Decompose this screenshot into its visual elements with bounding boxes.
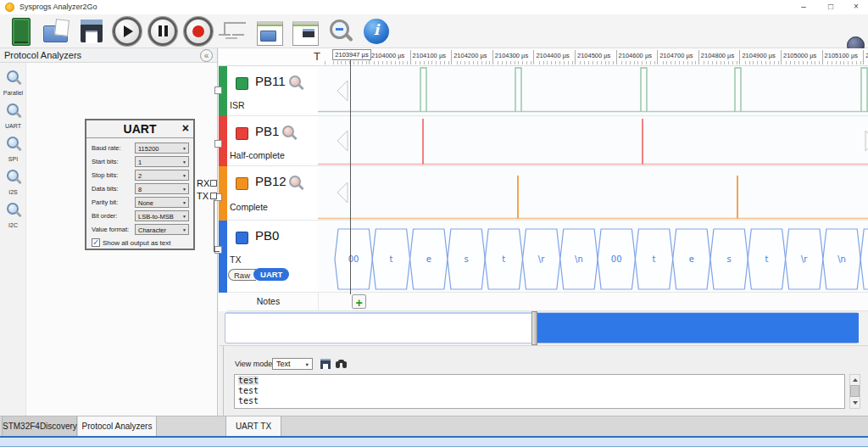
uart-frame-value: \n [837, 254, 846, 264]
minimap-selected-region[interactable] [537, 313, 859, 343]
timeline-tick-label: 2104500 µs [577, 52, 610, 59]
output-text-line: test [238, 396, 844, 406]
play-icon[interactable] [112, 16, 142, 47]
pb11-waveform[interactable] [318, 66, 868, 115]
prev-event-arrow-icon[interactable] [337, 131, 348, 151]
pb12-waveform[interactable] [318, 166, 868, 220]
toggle-option-raw[interactable]: Raw [228, 269, 256, 281]
uart-frame-value: t [765, 254, 768, 264]
output-scrollbar[interactable] [849, 374, 860, 409]
timeline-minor-tick [353, 61, 354, 64]
strip-segment-pb0[interactable] [219, 221, 227, 293]
dialog-field-row: Bit order:LSB-to-MSB [86, 210, 193, 223]
timeline-minor-tick [819, 61, 820, 64]
start-bits-select[interactable]: 1 [135, 156, 189, 167]
timeline-minor-tick [444, 61, 445, 64]
channel-header[interactable]: PB1 Half-complete [227, 116, 309, 165]
channel-desc: Half-complete [230, 150, 285, 160]
dialog-close-icon[interactable]: × [182, 121, 189, 135]
timeline-minor-tick [395, 61, 396, 64]
open-file-icon[interactable] [41, 16, 71, 47]
tab-protocol-analyzers[interactable]: Protocol Analyzers [78, 416, 157, 437]
save-output-icon[interactable] [320, 359, 331, 369]
tab-stm32f4discovery[interactable]: STM32F4Discovery [2, 416, 77, 437]
channel-header[interactable]: PB11 ISR [227, 66, 309, 115]
scroll-up-icon[interactable] [853, 378, 858, 382]
dialog-title-bar[interactable]: UART × [86, 120, 193, 138]
panel-splitter[interactable] [223, 346, 224, 416]
timeline-tick [575, 50, 576, 64]
timeline-minor-tick [626, 61, 626, 64]
analyzer-tool-label: Parallel [0, 90, 26, 96]
analyzer-tool-uart[interactable]: UART [0, 103, 26, 129]
show-output-checkbox-row[interactable]: Show all output as text [92, 238, 171, 247]
timeline-minor-tick [477, 61, 478, 64]
timeline-ruler[interactable]: T 2103947 µs 2104000 µs2104100 µs2104200… [219, 48, 868, 66]
timeline-tick-label: 2104300 µs [495, 52, 528, 59]
analyzer-tool-label: I2S [0, 189, 26, 195]
board-icon[interactable] [5, 16, 36, 47]
view-mode-label: View mode: [235, 360, 275, 368]
data-bits-select[interactable]: 8 [135, 183, 189, 194]
session-save-icon[interactable] [290, 16, 320, 47]
timeline-minor-tick [436, 61, 437, 64]
timeline-tick [739, 50, 740, 64]
scrollbar-thumb[interactable] [850, 385, 860, 397]
pb1-waveform[interactable] [318, 116, 868, 165]
info-icon[interactable] [361, 16, 392, 47]
tab-uart-tx[interactable]: UART TX [225, 416, 281, 437]
scroll-down-icon[interactable] [853, 401, 858, 405]
decoded-text-output[interactable]: testtesttest [234, 374, 845, 409]
prev-event-arrow-icon[interactable] [337, 81, 348, 101]
add-note-button[interactable]: + [352, 294, 366, 309]
strip-connector-handle[interactable] [214, 140, 222, 148]
find-binoculars-icon[interactable] [336, 359, 348, 369]
channel-header[interactable]: PB12 Complete [227, 166, 309, 220]
pb0-uart-frames[interactable]: 00test\r\n00test\r\n [318, 221, 868, 292]
channel-zoom-icon[interactable] [281, 126, 297, 141]
strip-connector-handle[interactable] [214, 246, 222, 254]
tx-pin-connector[interactable] [210, 193, 217, 199]
timeline-minor-tick [498, 61, 498, 64]
zoom-out-icon[interactable] [326, 16, 356, 47]
cursor-time-label[interactable]: 2103947 µs [332, 49, 371, 60]
save-file-icon[interactable] [76, 16, 107, 47]
parity-bit-select[interactable]: None [135, 197, 189, 208]
dialog-field-row: Start bits:1 [86, 155, 193, 169]
prev-event-arrow-icon[interactable] [337, 182, 348, 203]
trigger-icon[interactable] [219, 16, 249, 47]
timeline-minor-tick [374, 61, 375, 64]
analyzer-tool-parallel[interactable]: Parallel [0, 70, 26, 96]
collapse-panel-button[interactable]: « [200, 49, 213, 62]
decoded-output-panel: View mode: Text testtesttest [219, 345, 868, 416]
baud-rate-select[interactable]: 115200 [135, 142, 189, 154]
analyzer-tool-i2s[interactable]: I2S [0, 170, 26, 195]
channel-zoom-icon[interactable] [288, 176, 303, 191]
stop-bits-select[interactable]: 2 [135, 170, 189, 181]
view-mode-select[interactable]: Text [272, 358, 313, 370]
timeline-minor-tick [440, 61, 441, 64]
timeline-minor-tick [341, 61, 342, 64]
session-open-icon[interactable] [254, 16, 285, 47]
toggle-option-uart[interactable]: UART [253, 268, 289, 281]
strip-connector-handle[interactable] [214, 87, 222, 94]
uart-frame[interactable] [860, 229, 868, 289]
checkbox-checked-icon[interactable] [92, 238, 100, 247]
channel-row-pb0: PB0 TX Raw UART 00test\r\n00test\r\n [227, 221, 868, 293]
timeline-tick [410, 50, 411, 64]
value-format-select[interactable]: Character [135, 224, 189, 235]
time-cursor-line[interactable] [350, 59, 351, 294]
timeline-tick [533, 50, 534, 64]
channel-header[interactable]: PB0 TX Raw UART [227, 221, 309, 292]
analyzer-tool-i2c[interactable]: I2C [0, 203, 26, 228]
pause-icon[interactable] [147, 16, 178, 47]
rx-pin-connector[interactable] [210, 180, 217, 187]
record-icon[interactable] [183, 16, 214, 47]
maximize-button[interactable]: □ [821, 0, 841, 14]
minimize-button[interactable]: – [793, 0, 814, 14]
bit-order-select[interactable]: LSB-to-MSB [135, 210, 189, 221]
close-button[interactable]: × [846, 0, 866, 14]
analyzer-tool-spi[interactable]: SPI [0, 137, 26, 162]
channel-zoom-icon[interactable] [288, 75, 303, 91]
minimap-resize-handle[interactable] [531, 311, 537, 345]
